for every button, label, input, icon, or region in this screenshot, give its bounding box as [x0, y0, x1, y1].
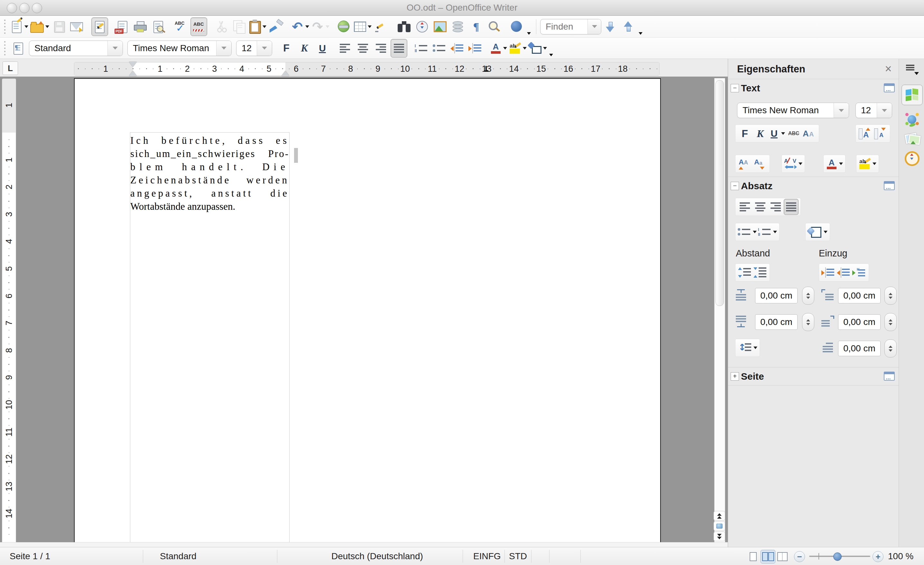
sidebar-tab-properties[interactable]: [902, 85, 923, 105]
paragraph-style-dropdown[interactable]: [108, 41, 123, 55]
increase-indent-button[interactable]: [467, 39, 484, 58]
bold-button[interactable]: F: [278, 39, 295, 58]
view-layout-columns-button[interactable]: [760, 550, 776, 564]
left-indent-marker[interactable]: [129, 71, 137, 76]
align-right-button[interactable]: [372, 39, 389, 58]
highlighting-button[interactable]: ab: [858, 156, 877, 172]
character-spacing-button[interactable]: AV: [784, 156, 803, 172]
collapse-icon[interactable]: −: [730, 84, 739, 92]
align-justify-button[interactable]: [784, 199, 798, 215]
background-color-button[interactable]: [528, 39, 547, 58]
dropdown-arrow-icon[interactable]: [773, 231, 777, 233]
dropdown-arrow-icon[interactable]: [503, 47, 507, 49]
paragraph-dialog-launcher-button[interactable]: …: [884, 181, 895, 190]
undo-button[interactable]: ↶: [291, 17, 309, 36]
text-line[interactable]: Ich befürchte, dass es: [130, 134, 289, 147]
find-dropdown-button[interactable]: [588, 19, 601, 34]
find-toolbar-overflow-button[interactable]: [638, 17, 644, 37]
document-text[interactable]: Ich befürchte, dass essich_um_ein_schwie…: [130, 134, 289, 213]
previous-page-button[interactable]: [714, 511, 725, 521]
decrease-spacing-button[interactable]: [753, 264, 768, 280]
new-document-button[interactable]: [10, 17, 28, 36]
lowercase-button[interactable]: Aa: [753, 156, 768, 172]
find-next-button[interactable]: [602, 17, 619, 36]
view-layout-single-button[interactable]: [746, 550, 760, 564]
format-paintbrush-button[interactable]: [268, 17, 285, 36]
dropdown-arrow-icon[interactable]: [262, 25, 266, 28]
font-size-dropdown[interactable]: [257, 41, 272, 55]
zoom-out-button[interactable]: −: [794, 551, 805, 562]
spacing-above-spinner[interactable]: [802, 287, 814, 305]
sidebar-font-name-dropdown[interactable]: [834, 103, 849, 118]
paragraph-background-button[interactable]: [807, 224, 828, 240]
paragraph-style-combobox[interactable]: Standard: [29, 40, 123, 56]
toolbar-grip[interactable]: [3, 19, 6, 34]
text-section-header[interactable]: − Text …: [728, 81, 898, 96]
align-left-button[interactable]: [336, 39, 353, 58]
status-zoom-value[interactable]: 100 %: [888, 547, 914, 565]
dropdown-arrow-icon[interactable]: [305, 25, 309, 28]
dropdown-arrow-icon[interactable]: [781, 132, 785, 135]
dropdown-arrow-icon[interactable]: [824, 231, 828, 233]
data-sources-button[interactable]: [450, 17, 466, 36]
navigation-target-button[interactable]: [714, 521, 725, 531]
text-line[interactable]: sich_um_ein_schwieriges Pro-: [130, 147, 289, 160]
underline-button[interactable]: U: [314, 39, 331, 58]
auto-spellcheck-button[interactable]: ABC: [190, 17, 207, 36]
numbered-list-button[interactable]: III: [413, 39, 430, 58]
gallery-button[interactable]: [432, 17, 448, 36]
shrink-font-button[interactable]: A: [873, 126, 888, 142]
draw-functions-button[interactable]: [373, 17, 390, 36]
tab-stop-type-selector[interactable]: L: [3, 61, 18, 75]
find-replace-button[interactable]: [396, 17, 412, 36]
dropdown-arrow-icon[interactable]: [753, 346, 758, 349]
close-icon[interactable]: ×: [882, 62, 895, 76]
font-name-combobox[interactable]: Times New Roman: [128, 40, 232, 56]
horizontal-ruler[interactable]: 1123456789101112131415161718: [74, 62, 660, 76]
next-page-button[interactable]: [714, 532, 725, 541]
print-button[interactable]: [132, 17, 148, 36]
character-dialog-launcher-button[interactable]: …: [884, 83, 895, 92]
toolbar-overflow-button[interactable]: [526, 17, 532, 37]
decrease-indent-button[interactable]: [837, 264, 851, 280]
text-line[interactable]: blem handelt. Die: [130, 160, 289, 174]
increase-indent-button[interactable]: [821, 264, 836, 280]
status-insert-mode[interactable]: EINFG: [473, 547, 501, 565]
export-pdf-button[interactable]: PDF: [114, 17, 130, 36]
paragraph-style-dialog-button[interactable]: ¶: [10, 39, 26, 58]
formatting-marks-button[interactable]: ¶: [468, 17, 484, 36]
dropdown-arrow-icon[interactable]: [543, 47, 547, 49]
paragraph-section-header[interactable]: − Absatz …: [728, 179, 898, 194]
vertical-ruler[interactable]: 11234567891011121314: [2, 78, 16, 545]
font-name-dropdown[interactable]: [216, 41, 231, 55]
navigator-button[interactable]: [414, 17, 430, 36]
toolbar-grip[interactable]: [3, 41, 6, 55]
sidebar-menu-button[interactable]: [906, 64, 919, 77]
find-input[interactable]: [540, 19, 588, 34]
text-line[interactable]: angepasst, anstatt die: [130, 187, 289, 200]
hyperlink-button[interactable]: [336, 17, 352, 36]
underline-button[interactable]: U: [768, 126, 785, 142]
dropdown-arrow-icon[interactable]: [24, 25, 28, 28]
align-right-button[interactable]: [768, 199, 783, 215]
dropdown-arrow-icon[interactable]: [368, 25, 372, 28]
dropdown-arrow-icon[interactable]: [873, 162, 876, 165]
zoom-button[interactable]: [486, 17, 502, 36]
bold-button[interactable]: F: [737, 126, 752, 142]
zoom-slider-thumb[interactable]: [833, 553, 842, 561]
dropdown-arrow-icon[interactable]: [523, 47, 526, 49]
status-language[interactable]: Deutsch (Deutschland): [332, 547, 423, 565]
sidebar-tab-navigator[interactable]: [902, 148, 923, 169]
dropdown-arrow-icon[interactable]: [753, 231, 757, 233]
dropdown-arrow-icon[interactable]: [326, 25, 330, 28]
expand-icon[interactable]: +: [730, 372, 739, 381]
document-page[interactable]: Ich befürchte, dass essich_um_ein_schwie…: [74, 78, 661, 544]
send-email-button[interactable]: [69, 17, 86, 36]
first-line-indent-spinner[interactable]: [884, 339, 897, 357]
zoom-in-button[interactable]: +: [873, 551, 884, 562]
page-preview-button[interactable]: [150, 17, 166, 36]
indent-after-spinner[interactable]: [884, 313, 897, 331]
decrease-indent-button[interactable]: [449, 39, 466, 58]
insert-table-button[interactable]: [354, 17, 372, 36]
toolbar-overflow-button[interactable]: [548, 38, 554, 58]
